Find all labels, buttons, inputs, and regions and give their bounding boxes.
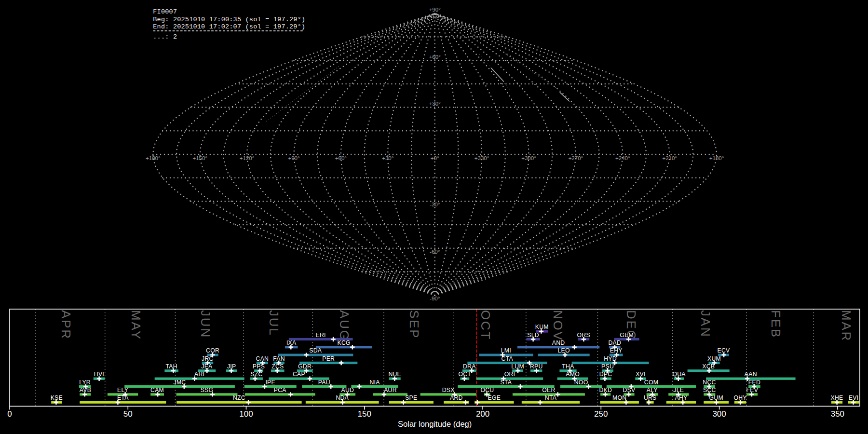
svg-text:EGE: EGE	[488, 394, 501, 401]
svg-text:+150°: +150°	[192, 155, 207, 161]
svg-text:SEP: SEP	[407, 310, 421, 339]
svg-text:LEO: LEO	[558, 347, 570, 354]
svg-text:GDR: GDR	[298, 363, 312, 370]
svg-text:+0°: +0°	[431, 155, 439, 161]
svg-text:ECV: ECV	[718, 347, 731, 354]
svg-text:MON: MON	[612, 394, 626, 401]
svg-text:CAP: CAP	[293, 371, 305, 378]
svg-text:AUR: AUR	[384, 387, 397, 393]
svg-text:NCC: NCC	[703, 379, 716, 386]
svg-text:FAN: FAN	[273, 355, 285, 362]
svg-text:GUM: GUM	[709, 394, 723, 401]
svg-text:STA: STA	[501, 379, 512, 386]
svg-text:JUL: JUL	[267, 310, 281, 337]
svg-text:+330°: +330°	[475, 155, 489, 161]
svg-text:DSV: DSV	[623, 387, 636, 393]
svg-text:AMO: AMO	[566, 371, 580, 378]
svg-text:LMI: LMI	[501, 347, 511, 354]
svg-text:JLE: JLE	[673, 387, 684, 393]
svg-text:FED: FED	[748, 379, 760, 386]
svg-text:Solar longitude (deg): Solar longitude (deg)	[398, 420, 472, 428]
svg-text:NOO: NOO	[574, 379, 588, 386]
svg-text:OCT: OCT	[478, 310, 493, 340]
svg-text:THA: THA	[562, 363, 574, 370]
svg-text:OER: OER	[542, 387, 555, 393]
svg-text:MAR: MAR	[839, 310, 854, 342]
svg-text:+60°: +60°	[335, 155, 347, 161]
svg-text:+180°: +180°	[146, 155, 161, 161]
svg-text:DSX: DSX	[442, 387, 455, 393]
svg-text:100: 100	[239, 409, 253, 419]
svg-text:ERI: ERI	[316, 332, 326, 339]
svg-text:150: 150	[358, 409, 371, 419]
svg-text:SSG: SSG	[201, 387, 214, 393]
svg-text:OCU: OCU	[480, 387, 494, 393]
svg-text:OHY: OHY	[733, 394, 746, 401]
svg-text:JRC: JRC	[202, 355, 214, 362]
svg-text:+240°: +240°	[615, 155, 630, 161]
svg-text:SLD: SLD	[527, 332, 539, 339]
svg-text:HVI: HVI	[94, 371, 104, 378]
svg-text:ORS: ORS	[577, 332, 590, 339]
svg-text:EHY: EHY	[610, 347, 623, 354]
svg-text:ETA: ETA	[117, 394, 129, 401]
svg-text:OCT: OCT	[458, 371, 471, 378]
svg-text:HYD: HYD	[604, 355, 617, 362]
svg-text:+90°: +90°	[288, 155, 299, 161]
svg-text:JUN: JUN	[198, 310, 213, 339]
svg-text:PAU: PAU	[318, 379, 330, 386]
svg-text:0: 0	[7, 409, 12, 419]
svg-text:+210°: +210°	[662, 155, 677, 161]
svg-text:ORI: ORI	[504, 371, 515, 378]
svg-text:SCC: SCC	[703, 387, 716, 393]
svg-text:XVI: XVI	[636, 371, 646, 378]
svg-text:GEM: GEM	[620, 332, 634, 339]
svg-text:KSE: KSE	[51, 394, 63, 401]
svg-text:SPE: SPE	[405, 394, 417, 401]
svg-text:COM: COM	[644, 379, 658, 386]
svg-text:+90°: +90°	[429, 7, 441, 13]
svg-text:LYR: LYR	[79, 379, 91, 386]
svg-text:AUD: AUD	[341, 387, 354, 393]
svg-text:SDA: SDA	[309, 347, 322, 354]
svg-text:XHE: XHE	[831, 394, 843, 401]
svg-text:200: 200	[476, 409, 489, 419]
svg-text:FEB: FEB	[769, 310, 783, 339]
svg-text:300: 300	[712, 409, 726, 419]
svg-text:EVI: EVI	[849, 394, 859, 401]
svg-text:ARD: ARD	[450, 394, 463, 401]
svg-text:50: 50	[123, 409, 133, 419]
svg-text:ELY: ELY	[117, 387, 128, 393]
svg-text:JEA: JEA	[201, 363, 213, 370]
svg-text:LUM: LUM	[511, 363, 524, 370]
svg-text:COR: COR	[206, 347, 219, 354]
svg-text:URS: URS	[644, 394, 657, 401]
svg-text:DKD: DKD	[599, 387, 612, 393]
svg-text:XCB: XCB	[702, 363, 715, 370]
svg-text:Beg: 20251010 17:00:35 (sol =: Beg: 20251010 17:00:35 (sol = 197.29°)	[153, 16, 305, 23]
svg-text:+300°: +300°	[521, 155, 536, 161]
svg-text:250: 250	[594, 409, 608, 419]
svg-text:+180°: +180°	[709, 155, 724, 161]
svg-text:NOV: NOV	[551, 310, 565, 341]
svg-text:SZC: SZC	[250, 371, 262, 378]
svg-text:PSU: PSU	[601, 363, 614, 370]
svg-text:JIP: JIP	[227, 363, 236, 370]
svg-text:NUE: NUE	[388, 371, 401, 378]
svg-text:PCA: PCA	[274, 387, 287, 393]
svg-text:+120°: +120°	[240, 155, 255, 161]
svg-text:JAN: JAN	[698, 310, 713, 338]
svg-text:IPE: IPE	[265, 379, 275, 386]
svg-text:TAH: TAH	[165, 363, 177, 370]
svg-text:DRA: DRA	[463, 363, 476, 370]
svg-text:+30°: +30°	[429, 101, 441, 107]
svg-text:AHY: AHY	[675, 394, 688, 401]
svg-text:KCG: KCG	[338, 339, 351, 346]
svg-text:...: 2: ...: 2	[153, 33, 177, 41]
svg-text:CTA: CTA	[502, 355, 514, 362]
svg-text:APR: APR	[59, 310, 73, 340]
svg-text:End: 20251010 17:02:07 (sol =: End: 20251010 17:02:07 (sol = 197.29°)	[153, 23, 305, 30]
svg-text:KUM: KUM	[535, 324, 549, 330]
svg-text:AAN: AAN	[745, 371, 757, 378]
svg-text:JMC: JMC	[174, 379, 186, 386]
